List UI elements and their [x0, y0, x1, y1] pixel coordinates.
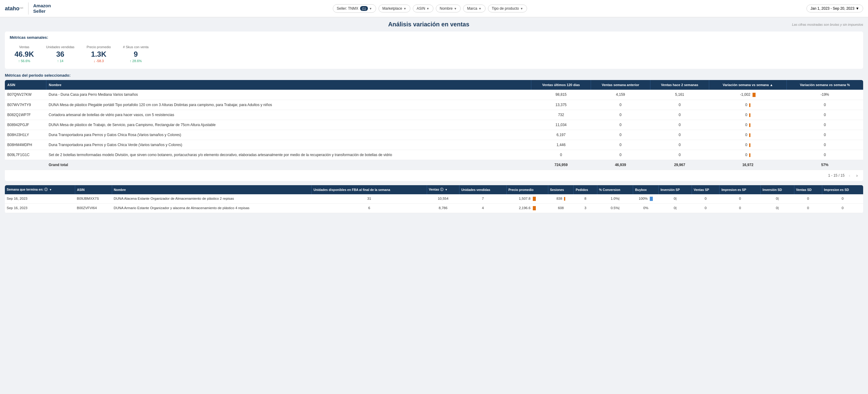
sesiones-bar — [564, 197, 565, 201]
cell-v120: 0 — [531, 150, 591, 160]
cell-ventas-sd: 0 — [794, 194, 822, 204]
cell-inv-sd: 0| — [761, 203, 794, 213]
cell-var-pct: -19% — [786, 90, 863, 100]
main-table: ASIN Nombre Ventas últimos 120 días Vent… — [5, 80, 863, 181]
cell-semana: Sep 16, 2023 — [5, 203, 75, 213]
cell-ventas-sp: 0 — [692, 203, 719, 213]
asin-filter[interactable]: ASIN ▼ — [413, 4, 433, 12]
page-title: Análisis variación en ventas — [65, 21, 792, 28]
date-range-label: Jan 1, 2023 - Sep 20, 2023 — [810, 6, 855, 10]
cell-ventas-sp: 0 — [692, 194, 719, 204]
variation-bar — [752, 93, 755, 97]
variation-bar — [749, 153, 750, 157]
cell-asin: B082Q1WP7F — [5, 110, 46, 120]
cell-ventas-sd: 0 — [794, 203, 822, 213]
date-range-filter[interactable]: Jan 1, 2023 - Sep 20, 2023 ▼ — [806, 4, 863, 12]
page-title-row: Análisis variación en ventas Las cifras … — [5, 21, 863, 28]
cell-asin: B07WV7HTY9 — [5, 100, 46, 110]
pagination-label: 1 - 15 / 15 — [828, 173, 845, 178]
metric-unidades-change: ↑ 14 — [57, 59, 63, 63]
cell-ventas: 10,554 — [427, 194, 460, 204]
seller-tag: (1) — [360, 6, 368, 11]
cell-vant: 0 — [591, 100, 650, 110]
th-pedidos: Pedidos — [574, 185, 597, 194]
logo-section: atahonet Amazon Seller — [5, 2, 51, 14]
nombre-filter[interactable]: Nombre ▼ — [436, 4, 461, 12]
metric-precio-value: 1.3K — [91, 50, 106, 59]
cell-v120: 13,375 — [531, 100, 591, 110]
cell-imp-sp: 0 — [719, 194, 761, 204]
nombre-label: Nombre — [440, 6, 453, 10]
metric-ventas-value: 46.9K — [14, 50, 34, 59]
cell-asin: B07QNV27KW — [5, 90, 46, 100]
cell-v2sem: 0 — [650, 150, 709, 160]
nombre-caret: ▼ — [454, 7, 457, 10]
tipo-filter[interactable]: Tipo de producto ▼ — [488, 4, 527, 12]
cell-v2sem: 0 — [650, 130, 709, 140]
cell-v2sem: 0 — [650, 120, 709, 130]
cell-v2sem: 0 — [650, 140, 709, 150]
metrics-cards: Ventas 46.9K ↑ 56.6% Unidades vendidas 3… — [10, 43, 858, 65]
marca-caret: ▼ — [478, 7, 482, 10]
cell-asin: B00ZVFVI64 — [75, 203, 112, 213]
th-semana[interactable]: Semana que termina en: ⓘ ▼ — [5, 185, 75, 194]
precio-bar — [533, 197, 536, 201]
cell-v120: 98,815 — [531, 90, 591, 100]
metric-ventas-title: Ventas — [19, 45, 29, 49]
th-v2sem: Ventas hace 2 semanas — [650, 80, 709, 90]
cell-asin: B08HM4MDPH — [5, 140, 46, 150]
weekly-metrics-section: Métricas semanales: Ventas 46.9K ↑ 56.6%… — [5, 32, 863, 69]
marketplace-filter[interactable]: Marketplace ▼ — [378, 4, 410, 12]
cell-grand-var: 16,972 — [709, 160, 786, 170]
marca-filter[interactable]: Marca ▼ — [463, 4, 485, 12]
tipo-label: Tipo de producto — [492, 6, 519, 10]
main-content: Análisis variación en ventas Las cifras … — [0, 17, 868, 217]
next-page-button[interactable]: › — [855, 173, 860, 179]
header: atahonet Amazon Seller Seller: TNMX (1) … — [0, 0, 868, 17]
logo: atahonet — [5, 5, 23, 12]
seller-filter[interactable]: Seller: TNMX (1) ▼ — [333, 4, 376, 13]
cell-precio: 1,507.8 — [506, 194, 548, 204]
cell-units-sold: 7 — [459, 194, 506, 204]
cell-v120: 11,034 — [531, 120, 591, 130]
cell-sesiones: 838 — [548, 194, 574, 204]
metric-unidades: Unidades vendidas 36 ↑ 14 — [46, 45, 74, 63]
variation-bar — [749, 123, 750, 127]
table-row: Sep 16, 2023 B09JBMXX7S DUNA Alacena Est… — [5, 194, 863, 204]
seller-label: Seller: TNMX — [337, 6, 358, 10]
cell-v120: 6,197 — [531, 130, 591, 140]
cell-imp-sp: 0 — [719, 203, 761, 213]
th-ventas2[interactable]: Ventas ⓘ ▼ — [427, 185, 460, 194]
prev-page-button[interactable]: ‹ — [847, 173, 852, 179]
cell-nombre: Set de 2 botellas termoformadas modelo D… — [46, 150, 531, 160]
cell-asin: B08HJ3H1LY — [5, 130, 46, 140]
asin-label: ASIN — [417, 6, 425, 10]
cell-buybox: 0% — [633, 203, 658, 213]
cell-grand-vant: 46,939 — [591, 160, 650, 170]
th-var-pct: Variación semana vs semana % — [786, 80, 863, 90]
th-v120: Ventas últimos 120 días — [531, 80, 591, 90]
cell-grand-v120: 724,959 — [531, 160, 591, 170]
pagination: 1 - 15 / 15 ‹ › — [5, 170, 863, 181]
th-ventas-sp: Ventas SP — [692, 185, 719, 194]
table-row: B09L7F1G1C Set de 2 botellas termoformad… — [5, 150, 863, 160]
tipo-caret: ▼ — [520, 7, 523, 10]
cell-grand-v2sem: 29,967 — [650, 160, 709, 170]
metric-precio: Precio promedio 1.3K ↓ -58.3 — [87, 45, 111, 63]
th-conversion: % Conversion — [597, 185, 633, 194]
th-ventas-sd: Ventas SD — [794, 185, 822, 194]
filter-bar: Seller: TNMX (1) ▼ Marketplace ▼ ASIN ▼ … — [57, 4, 803, 13]
seller-caret: ▼ — [369, 7, 372, 10]
cell-inv-sp: 0| — [658, 194, 692, 204]
cell-var-pct: 0 — [786, 130, 863, 140]
cell-conversion: 0.5%| — [597, 203, 633, 213]
bottom-table: Semana que termina en: ⓘ ▼ ASIN Nombre U… — [5, 185, 863, 213]
th-var: Variación semana vs semana ▲ — [709, 80, 786, 90]
cell-vant: 0 — [591, 130, 650, 140]
table-row: B08HJ3H1LY Duna Transportadora para Perr… — [5, 130, 863, 140]
cell-precio: 2,196.6 — [506, 203, 548, 213]
cell-nombre: DUNA Mesa de plástico de Trabajo, de Ser… — [46, 120, 531, 130]
cell-semana: Sep 16, 2023 — [5, 194, 75, 204]
cell-vant: 0 — [591, 140, 650, 150]
app-title: Amazon Seller — [33, 3, 51, 14]
